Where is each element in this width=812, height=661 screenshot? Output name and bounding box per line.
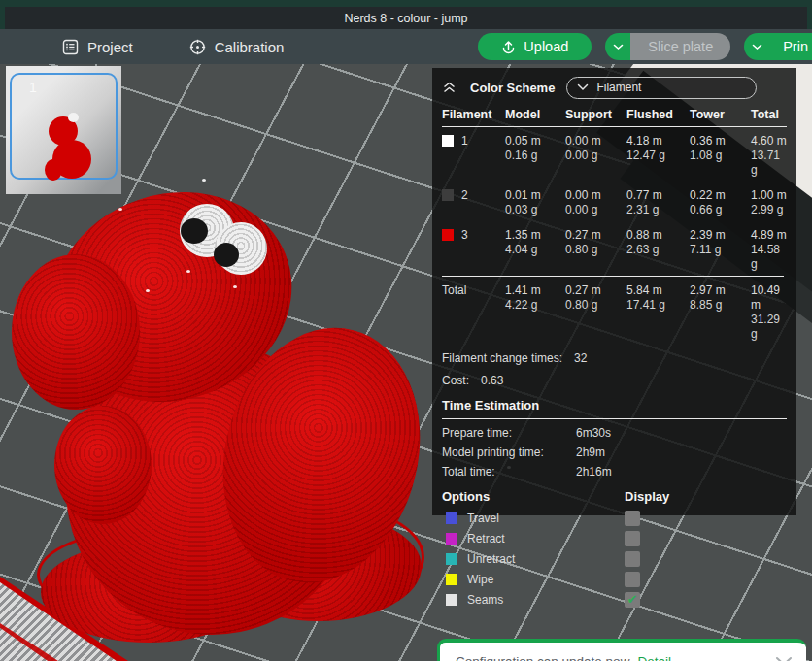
wipe-color-swatch bbox=[446, 574, 457, 585]
seams-color-swatch bbox=[446, 594, 457, 606]
slice-split-button: Slice plate bbox=[605, 33, 730, 60]
retract-color-swatch bbox=[446, 533, 457, 545]
chevron-down-icon bbox=[752, 44, 762, 50]
cell-value: 8.85 g bbox=[690, 298, 751, 313]
panel-header: Color Scheme Filament bbox=[442, 75, 787, 100]
option-row-travel: Travel bbox=[442, 508, 787, 528]
time-value: 2h16m bbox=[576, 465, 612, 479]
cell-value: 1.08 g bbox=[690, 149, 751, 163]
color-scheme-dropdown[interactable]: Filament bbox=[566, 77, 757, 99]
print-plate-button[interactable]: Prin bbox=[769, 33, 812, 60]
option-row-retract: Retract bbox=[442, 528, 787, 548]
panel-title: Color Scheme bbox=[470, 81, 555, 95]
model-pupil-right bbox=[214, 243, 239, 267]
tab-project[interactable]: Project bbox=[62, 39, 133, 55]
filament-id: 2 bbox=[461, 188, 468, 203]
filament-id: 3 bbox=[461, 228, 468, 243]
filament-table-header: Filament Model Support Flushed Tower Tot… bbox=[442, 102, 787, 127]
cell-value: 0.05 m bbox=[505, 134, 565, 149]
cell-value: 0.00 g bbox=[565, 203, 626, 217]
cell-value: 0.00 m bbox=[565, 188, 626, 203]
filament-id: 1 bbox=[461, 134, 468, 149]
options-title: Options bbox=[442, 489, 625, 504]
col-header: Flushed bbox=[626, 108, 690, 121]
filament-swatch bbox=[442, 189, 454, 201]
seam-speck bbox=[118, 208, 122, 211]
color-scheme-selected: Filament bbox=[596, 81, 641, 94]
filament-change-times: Filament change times: 32 bbox=[442, 348, 787, 368]
toolbar-actions: Upload Slice plate Prin bbox=[478, 33, 812, 60]
thumb-model-eye bbox=[68, 113, 79, 122]
time-label: Total time: bbox=[442, 465, 576, 479]
retract-display-checkbox[interactable] bbox=[625, 531, 640, 546]
print-dropdown-button[interactable] bbox=[744, 33, 769, 60]
slice-dropdown-button[interactable] bbox=[605, 33, 630, 60]
collapse-icon[interactable] bbox=[442, 81, 457, 94]
option-row-seams: Seams ✔ bbox=[442, 589, 787, 610]
cell-value: 7.11 g bbox=[690, 243, 751, 257]
cell-value: 12.47 g bbox=[626, 149, 690, 163]
filament-change-value: 32 bbox=[574, 351, 587, 365]
tab-project-label: Project bbox=[87, 39, 133, 55]
model-arm bbox=[54, 406, 152, 524]
cell-value: 0.77 m bbox=[626, 188, 690, 203]
slice-plate-button[interactable]: Slice plate bbox=[630, 33, 730, 60]
cell-value: 0.00 g bbox=[565, 149, 626, 163]
cell-value: 0.27 m bbox=[565, 283, 626, 298]
chevron-down-icon[interactable] bbox=[775, 656, 793, 661]
color-scheme-panel: Color Scheme Filament Filament Model Sup… bbox=[432, 68, 796, 515]
cell-value: 0.66 g bbox=[690, 203, 751, 217]
cell-value: 0.00 m bbox=[565, 134, 626, 149]
project-icon bbox=[62, 39, 79, 55]
wipe-display-checkbox[interactable] bbox=[625, 572, 640, 587]
cell-value: 2.39 m bbox=[690, 228, 751, 243]
model-pupil-left bbox=[181, 218, 208, 244]
travel-display-checkbox[interactable] bbox=[625, 511, 640, 526]
option-label: Retract bbox=[467, 532, 505, 545]
cell-value: 0.80 g bbox=[565, 243, 626, 257]
update-notification: Configuration can update now. Detail bbox=[437, 639, 806, 661]
option-row-unretract: Unretract bbox=[442, 548, 787, 569]
cell-value: 10.49 m bbox=[751, 283, 787, 313]
cell-value: 1.35 m bbox=[505, 228, 565, 243]
toolbar: Project Calibration Upload bbox=[0, 29, 812, 64]
cell-value: 4.18 m bbox=[626, 134, 690, 149]
cell-value: 4.89 m bbox=[751, 228, 787, 243]
cell-value: 1.00 m bbox=[751, 188, 787, 203]
upload-button[interactable]: Upload bbox=[478, 33, 592, 60]
notification-detail-link[interactable]: Detail bbox=[637, 654, 671, 661]
col-header: Filament bbox=[442, 108, 505, 121]
tab-calibration[interactable]: Calibration bbox=[189, 39, 285, 55]
notification-message: Configuration can update now. bbox=[456, 654, 632, 661]
seams-display-checkbox[interactable]: ✔ bbox=[625, 592, 640, 608]
col-header: Total bbox=[751, 108, 787, 121]
time-label: Prepare time: bbox=[442, 426, 576, 440]
cell-value: 0.80 g bbox=[565, 298, 626, 313]
filament-swatch bbox=[442, 135, 454, 147]
time-row: Total time: 2h16m bbox=[442, 462, 787, 481]
filament-swatch bbox=[442, 229, 454, 241]
cell-value: 2.63 g bbox=[626, 243, 690, 257]
cost: Cost: 0.63 bbox=[442, 371, 787, 390]
travel-color-swatch bbox=[446, 512, 457, 524]
time-row: Prepare time: 6m30s bbox=[442, 423, 787, 443]
unretract-display-checkbox[interactable] bbox=[625, 551, 640, 567]
filament-total-row: Total 1.41 m4.22 g 0.27 m0.80 g 5.84 m17… bbox=[442, 277, 787, 346]
option-label: Wipe bbox=[467, 573, 493, 586]
calibration-icon bbox=[189, 39, 206, 55]
cost-value: 0.63 bbox=[481, 374, 503, 387]
upload-icon bbox=[501, 40, 516, 54]
plate-number: 1 bbox=[29, 80, 37, 95]
cost-label: Cost: bbox=[442, 374, 469, 387]
cell-value: 2.31 g bbox=[626, 203, 690, 217]
option-row-wipe: Wipe bbox=[442, 569, 787, 589]
cell-value: 0.01 m bbox=[505, 188, 565, 203]
time-value: 6m30s bbox=[576, 426, 611, 440]
time-value: 2h9m bbox=[576, 446, 605, 459]
cell-value: 4.04 g bbox=[505, 243, 565, 257]
cell-value: 1.41 m bbox=[505, 283, 565, 298]
cell-value: 13.71 g bbox=[751, 149, 787, 178]
plate-thumbnail[interactable]: 1 bbox=[6, 66, 121, 194]
time-row: Model printing time: 2h9m bbox=[442, 443, 787, 462]
cell-value: 4.22 g bbox=[505, 298, 565, 313]
